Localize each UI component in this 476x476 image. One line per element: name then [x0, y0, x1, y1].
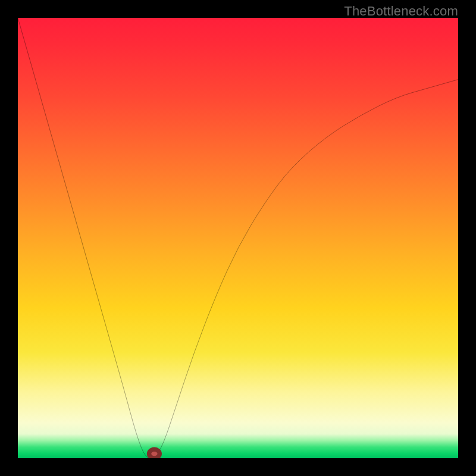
plot-area [18, 18, 458, 458]
plot-svg [18, 18, 458, 458]
chart-frame: TheBottleneck.com [0, 0, 476, 476]
bottleneck-curve [18, 18, 458, 458]
minimum-marker [149, 449, 160, 458]
watermark-text: TheBottleneck.com [344, 4, 458, 19]
